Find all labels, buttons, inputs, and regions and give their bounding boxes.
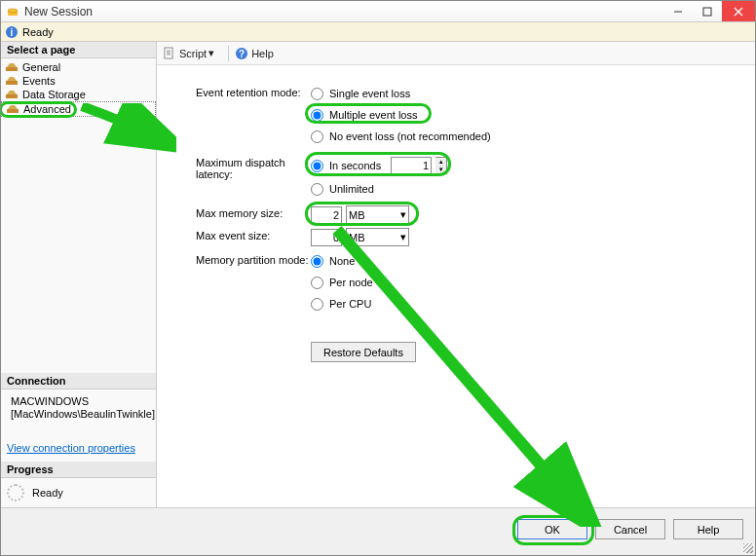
max-memory-label: Max memory size: <box>196 205 311 219</box>
page-icon <box>5 61 19 73</box>
content-toolbar: Script ▾ ? Help <box>157 42 755 65</box>
svg-rect-3 <box>703 8 711 16</box>
retention-none-option[interactable]: No event loss (not recommended) <box>311 128 491 145</box>
sidebar-page-list: General Events Data Storage Advanced <box>1 58 156 119</box>
view-connection-properties-link[interactable]: View connection properties <box>7 442 135 454</box>
connection-server: MACWINDOWS <box>11 395 155 408</box>
svg-point-1 <box>8 9 18 13</box>
help-button[interactable]: ? Help <box>235 47 274 60</box>
sidebar-item-general[interactable]: General <box>1 60 156 74</box>
script-icon <box>163 47 176 60</box>
max-event-unit-value: MB <box>349 232 365 243</box>
sidebar-header-pages: Select a page <box>1 42 156 58</box>
retention-none-radio[interactable] <box>311 130 323 143</box>
partition-percpu-label: Per CPU <box>329 298 371 310</box>
restore-defaults-button[interactable]: Restore Defaults <box>311 342 416 362</box>
content: Script ▾ ? Help Event retention mode: Si… <box>157 42 755 507</box>
spinner-up-icon[interactable]: ▲ <box>435 158 446 166</box>
script-label: Script <box>179 48 207 59</box>
progress-spinner-icon <box>7 484 24 501</box>
max-memory-input[interactable] <box>311 206 342 224</box>
sidebar-header-progress: Progress <box>1 462 156 478</box>
help-label-footer: Help <box>698 524 720 536</box>
sidebar-item-label: General <box>22 61 60 73</box>
retention-multiple-label: Multiple event loss <box>329 109 418 121</box>
ok-button[interactable]: OK <box>517 519 587 539</box>
script-dropdown[interactable]: Script ▾ <box>163 47 214 60</box>
connection-user: [MacWindows\BeaulinTwinkle] <box>11 408 155 421</box>
svg-text:?: ? <box>239 49 245 59</box>
cancel-button[interactable]: Cancel <box>595 519 665 539</box>
sidebar-item-advanced[interactable]: Advanced <box>1 101 156 117</box>
chevron-down-icon: ▾ <box>400 231 406 243</box>
retention-multiple-radio[interactable] <box>311 109 323 122</box>
status-bar: i Ready <box>1 22 755 42</box>
resize-grip-icon[interactable] <box>743 543 753 553</box>
retention-none-label: No event loss (not recommended) <box>329 130 491 142</box>
svg-rect-9 <box>6 81 18 85</box>
retention-single-radio[interactable] <box>311 88 323 100</box>
svg-rect-8 <box>6 67 18 71</box>
toolbar-separator <box>228 46 229 61</box>
retention-label: Event retention mode: <box>196 85 311 98</box>
cancel-label: Cancel <box>614 524 647 536</box>
close-button[interactable] <box>722 1 755 21</box>
svg-rect-10 <box>6 94 18 98</box>
latency-seconds-label: In seconds <box>329 160 381 171</box>
retention-multiple-option[interactable]: Multiple event loss <box>311 106 491 124</box>
partition-pernode-radio[interactable] <box>311 277 323 289</box>
partition-none-option[interactable]: None <box>311 252 373 270</box>
latency-seconds-option[interactable]: In seconds ▲▼ <box>311 155 447 176</box>
ok-label: OK <box>545 524 560 536</box>
help-button-footer[interactable]: Help <box>673 519 743 539</box>
sidebar-header-connection: Connection <box>1 373 156 389</box>
page-icon <box>5 75 19 87</box>
svg-rect-11 <box>7 109 19 113</box>
maximize-button[interactable] <box>693 1 722 21</box>
partition-label: Memory partition mode: <box>196 252 311 266</box>
latency-unlimited-radio[interactable] <box>311 183 323 196</box>
app-icon <box>5 4 20 19</box>
minimize-button[interactable] <box>663 1 693 21</box>
latency-unlimited-option[interactable]: Unlimited <box>311 180 447 198</box>
latency-value-input[interactable] <box>391 157 432 174</box>
max-memory-unit-combo[interactable]: MB ▾ <box>346 205 409 224</box>
max-event-label: Max event size: <box>196 228 311 241</box>
sidebar-item-label: Events <box>22 75 56 87</box>
connection-panel: MACWINDOWS [MacWindows\BeaulinTwinkle] V… <box>1 389 156 462</box>
sidebar: Select a page General Events Data Storag… <box>1 42 157 507</box>
help-icon: ? <box>235 47 248 60</box>
svg-text:i: i <box>11 27 14 38</box>
progress-text: Ready <box>32 487 63 499</box>
status-text: Ready <box>22 26 54 38</box>
titlebar: New Session <box>1 1 755 22</box>
retention-single-option[interactable]: Single event loss <box>311 85 491 102</box>
partition-pernode-option[interactable]: Per node <box>311 274 373 291</box>
dialog-footer: OK Cancel Help <box>1 507 755 550</box>
max-event-unit-combo[interactable]: MB ▾ <box>346 228 409 246</box>
max-event-input[interactable] <box>311 229 342 246</box>
sidebar-item-label: Advanced <box>23 103 71 115</box>
sidebar-item-data-storage[interactable]: Data Storage <box>1 88 156 101</box>
spinner-down-icon[interactable]: ▼ <box>435 166 446 173</box>
page-icon <box>6 103 19 115</box>
latency-seconds-radio[interactable] <box>311 160 323 172</box>
partition-pernode-label: Per node <box>329 277 373 288</box>
chevron-down-icon: ▾ <box>400 208 406 221</box>
latency-unlimited-label: Unlimited <box>329 183 374 195</box>
form-area: Event retention mode: Single event loss … <box>157 65 755 507</box>
retention-single-label: Single event loss <box>329 88 410 99</box>
chevron-down-icon: ▾ <box>208 47 214 59</box>
progress-panel: Ready <box>1 478 156 507</box>
partition-percpu-option[interactable]: Per CPU <box>311 295 373 313</box>
partition-none-label: None <box>329 255 355 267</box>
latency-label: Maximum dispatch latency: <box>196 155 311 180</box>
sidebar-item-events[interactable]: Events <box>1 74 156 88</box>
window-title: New Session <box>24 5 663 19</box>
partition-none-radio[interactable] <box>311 255 323 268</box>
help-label: Help <box>251 48 274 59</box>
latency-spinner[interactable]: ▲▼ <box>435 157 447 174</box>
info-icon: i <box>5 25 19 39</box>
partition-percpu-radio[interactable] <box>311 298 323 311</box>
page-icon <box>5 89 19 100</box>
